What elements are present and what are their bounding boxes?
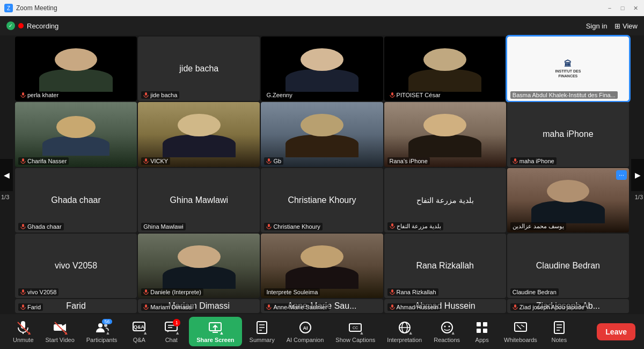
summary-icon-area xyxy=(254,320,270,335)
unmute-button[interactable]: ▲ Unmute xyxy=(9,318,38,345)
start-video-button[interactable]: ▲ Start Video xyxy=(41,318,79,345)
mic-icon xyxy=(266,224,272,229)
participant-name-rana-iphone: Rana's iPhone xyxy=(387,157,430,165)
minimize-button[interactable]: − xyxy=(605,4,614,12)
avatar-head xyxy=(547,180,590,202)
avatar-body xyxy=(163,266,236,289)
summary-button[interactable]: Summary xyxy=(245,318,279,345)
recording-dot xyxy=(18,23,24,28)
sign-in-link[interactable]: Sign in xyxy=(586,22,608,30)
title-bar-left: Z Zoom Meeting xyxy=(4,4,57,12)
notes-label: Notes xyxy=(552,337,567,343)
participant-name-gb: Gb xyxy=(264,157,283,165)
participant-name-text: Farid xyxy=(27,304,41,310)
notes-icon xyxy=(552,321,566,335)
participant-name-souleima: Interprete Souleima xyxy=(264,288,320,296)
participant-name-rana-r: Rana Rizkallah xyxy=(387,288,438,296)
show-captions-label: Show Captions xyxy=(335,337,375,343)
mic-icon xyxy=(390,304,395,310)
whiteboards-button[interactable]: Whiteboards xyxy=(500,318,541,345)
title-bar-title: Zoom Meeting xyxy=(16,4,57,12)
interpretation-button[interactable]: ▲ Interpretation xyxy=(383,318,426,345)
participant-name-baladiye: بلدية مزرعة التفاح xyxy=(387,222,443,230)
avatar-body xyxy=(408,135,481,157)
participant-display-jide: jide bacha xyxy=(177,62,221,76)
svg-rect-22 xyxy=(145,289,147,293)
participants-button[interactable]: 56 ▲ Participants xyxy=(82,318,121,345)
qa-icon-area: Q&A ▲ xyxy=(131,320,147,335)
participant-cell-farid: Farid Farid xyxy=(15,299,137,313)
participant-display-christiane: Christiane Khoury xyxy=(286,193,358,207)
participant-cell-jide: jide bacha jide bacha xyxy=(138,37,260,101)
notes-icon-area xyxy=(551,320,567,335)
notes-button[interactable]: Notes xyxy=(545,318,574,345)
next-page-arrow[interactable]: ▶ xyxy=(631,159,644,191)
svg-rect-34 xyxy=(514,304,516,308)
participant-name-youssef: يوسف محمد عزالدين xyxy=(510,222,566,230)
participant-cell-rana-r: Rana Rizkallah Rana Rizkallah xyxy=(384,234,506,298)
participant-name-ghina: Ghina Mawlawi xyxy=(141,223,186,230)
avatar-body xyxy=(408,69,481,92)
participant-cell-youssef: ··· يوسف محمد عزالدين xyxy=(507,168,629,232)
prev-page-arrow[interactable]: ◀ xyxy=(0,159,13,191)
participant-cell-rana-iphone: Rana's iPhone xyxy=(384,102,506,166)
svg-rect-8 xyxy=(145,158,147,162)
participant-display-rana-r: Rana Rizkallah xyxy=(414,259,476,273)
share-screen-label: Share Screen xyxy=(196,337,234,343)
whiteboards-label: Whiteboards xyxy=(504,337,537,343)
participant-cell-charifa: Charifa Nasser xyxy=(15,102,137,166)
svg-rect-6 xyxy=(22,158,24,162)
chat-label: Chat xyxy=(165,337,178,343)
show-captions-button[interactable]: CC ▲ Show Captions xyxy=(331,318,379,345)
mic-icon xyxy=(143,158,149,164)
close-button[interactable]: ✕ xyxy=(631,4,640,12)
ai-companion-icon-area: AI xyxy=(297,320,313,335)
maximize-button[interactable]: □ xyxy=(618,4,627,12)
qa-button[interactable]: Q&A ▲ Q&A xyxy=(125,318,153,345)
reactions-label: Reactions xyxy=(434,337,460,343)
participant-name-text: maha iPhone xyxy=(519,158,554,164)
participants-label: Participants xyxy=(86,337,117,343)
participant-display-baladiye: بلدية مزرعة التفاح xyxy=(414,194,476,207)
avatar-body xyxy=(531,201,604,223)
participant-name-ghada: Ghada chaar xyxy=(18,223,64,230)
chat-button[interactable]: 1 ▲ Chat xyxy=(157,318,186,345)
leave-button[interactable]: Leave xyxy=(597,323,635,340)
participant-name-text: Ghina Mawlawi xyxy=(143,223,184,230)
apps-icon xyxy=(475,321,489,335)
participant-name-text: Charifa Nasser xyxy=(27,158,67,164)
svg-rect-4 xyxy=(391,92,393,96)
participant-cell-basma: 🏛 INSTITUT DESFINANCES Basma Abdul Khale… xyxy=(507,37,629,101)
svg-line-70 xyxy=(517,325,521,329)
participant-cell-vivo: vivo V2058 vivo V2058 xyxy=(15,234,137,298)
ai-companion-label: AI Companion xyxy=(287,337,324,343)
ai-companion-button[interactable]: AI AI Companion xyxy=(282,318,328,345)
svg-rect-16 xyxy=(268,224,270,227)
title-bar: Z Zoom Meeting − □ ✕ xyxy=(0,0,644,16)
participant-name-text: jide bacha xyxy=(150,92,177,98)
avatar-head xyxy=(423,48,466,71)
unmute-label: Unmute xyxy=(13,337,34,343)
apps-button[interactable]: Apps xyxy=(467,318,496,345)
view-button[interactable]: ⊞ View xyxy=(614,22,638,30)
interpretation-label: Interpretation xyxy=(387,337,422,343)
app-icon: Z xyxy=(4,4,13,12)
share-screen-button[interactable]: ▲ Share Screen xyxy=(189,317,241,346)
participant-name-text: Daniele (Interprete) xyxy=(150,289,201,295)
participant-name-text: Ziad joseph Abou jaoude xyxy=(519,304,584,310)
reactions-button[interactable]: ▲ Reactions xyxy=(429,318,464,345)
participant-name-ziad: Ziad joseph Abou jaoude xyxy=(510,303,587,311)
start-video-label: Start Video xyxy=(46,337,75,343)
page-indicator-right: 1/3 xyxy=(635,194,643,200)
participant-cell-daniele: Daniele (Interprete) xyxy=(138,234,260,298)
avatar-head xyxy=(55,48,98,71)
participant-display-vivo: vivo V2058 xyxy=(53,259,99,273)
participant-name-daniele: Daniele (Interprete) xyxy=(141,288,203,296)
participant-cell-ghina: Ghina Mawlawi Ghina Mawlawi xyxy=(138,168,260,232)
participant-name-text: Gb xyxy=(273,158,281,164)
participant-cell-mariam: Mariam Dimassi Mariam Dimassi xyxy=(138,299,260,313)
mic-icon xyxy=(20,92,26,98)
participant-name-christiane: Christiane Khoury xyxy=(264,223,322,230)
participant-name-text: بلدية مزرعة التفاح xyxy=(397,223,441,230)
participant-name-jide: jide bacha xyxy=(141,91,179,99)
